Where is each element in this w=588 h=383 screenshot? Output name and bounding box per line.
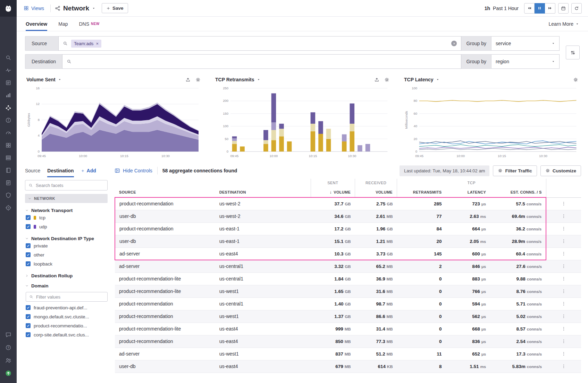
- refresh-button[interactable]: [571, 3, 582, 14]
- checkbox-checked[interactable]: [26, 252, 31, 257]
- sidebar-status-icon[interactable]: [0, 367, 17, 380]
- row-menu-button[interactable]: [560, 212, 568, 220]
- facet-filter-input[interactable]: Filter values: [26, 292, 108, 302]
- sidebar-dashboards-icon[interactable]: [0, 89, 17, 101]
- col-est-conns[interactable]: EST. CONNS. / S: [490, 187, 546, 197]
- chart-plot-area[interactable]: 05010015020025009:4510:0010:1510:30: [215, 85, 389, 159]
- chart-title-select[interactable]: Volume Sent: [26, 77, 61, 82]
- add-facet-tab-button[interactable]: Add: [81, 164, 96, 177]
- checkbox-checked[interactable]: [26, 332, 31, 337]
- chart-title-select[interactable]: TCP Latency: [404, 77, 439, 82]
- row-menu-button[interactable]: [560, 337, 568, 345]
- tab-overview[interactable]: Overview: [26, 17, 47, 31]
- filter-tag[interactable]: Team:ads×: [71, 40, 101, 48]
- destination-search-input[interactable]: [62, 54, 461, 69]
- col-source[interactable]: SOURCE: [115, 187, 215, 197]
- checkbox-checked[interactable]: [26, 215, 31, 220]
- table-row[interactable]: ad-server us-central1 3.32 GB 65.2 MB 2 …: [115, 260, 581, 272]
- facet-item-udp[interactable]: udp: [26, 222, 108, 231]
- calendar-button[interactable]: [558, 3, 569, 14]
- save-button[interactable]: Save: [102, 3, 128, 13]
- facet-item-fraud-prevention-api-def-[interactable]: fraud-prevention-api.def...: [26, 303, 108, 312]
- sidebar-notebooks-icon[interactable]: [0, 164, 17, 177]
- col-sent-volume[interactable]: ↓ VOLUME: [311, 187, 355, 197]
- sidebar-help-icon[interactable]: ?: [0, 341, 17, 354]
- facet-item-tcp[interactable]: tcp: [26, 213, 108, 222]
- row-menu-button[interactable]: [560, 325, 568, 333]
- time-range-short[interactable]: 1h: [485, 6, 490, 11]
- facet-group-header-domain[interactable]: Domain: [25, 283, 108, 288]
- facet-search-input[interactable]: Search facets: [25, 180, 108, 190]
- sidebar-synthetics-icon[interactable]: [0, 127, 17, 139]
- sidebar-events-icon[interactable]: [0, 76, 17, 89]
- export-icon[interactable]: [185, 77, 191, 82]
- time-forward-button[interactable]: [545, 3, 555, 14]
- row-menu-button[interactable]: [560, 362, 568, 370]
- col-retransmits[interactable]: RETRANSMITS: [397, 187, 446, 197]
- hide-controls-button[interactable]: Hide Controls: [115, 168, 152, 173]
- time-back-button[interactable]: [524, 3, 535, 14]
- facet-group-header-destination-rollup[interactable]: Destination Rollup: [25, 273, 108, 278]
- remove-tag-icon[interactable]: ×: [96, 41, 99, 46]
- gear-icon[interactable]: [573, 77, 578, 82]
- views-button[interactable]: Views: [22, 5, 46, 11]
- learn-more-button[interactable]: Learn More: [548, 17, 579, 31]
- pause-button[interactable]: [535, 3, 545, 14]
- row-menu-button[interactable]: [560, 250, 568, 258]
- table-row[interactable]: product-recommendation us-west1 1.37 GB …: [115, 310, 581, 323]
- export-icon[interactable]: [374, 77, 379, 82]
- row-menu-button[interactable]: [560, 300, 568, 308]
- facet-tab-destination[interactable]: Destination: [47, 164, 74, 177]
- sidebar-infrastructure-icon[interactable]: [0, 152, 17, 164]
- facet-item-corp-site-default-svc-clus-[interactable]: corp-site.default.svc.clus...: [26, 330, 108, 339]
- checkbox-checked[interactable]: [26, 314, 31, 319]
- row-menu-button[interactable]: [560, 275, 568, 283]
- row-menu-button[interactable]: [560, 237, 568, 245]
- group-by-select-destination[interactable]: region: [492, 54, 560, 69]
- swap-filters-button[interactable]: [566, 46, 580, 59]
- table-row[interactable]: product-recommendation-lite us-central1 …: [115, 272, 581, 285]
- sidebar-integrations-icon[interactable]: [0, 139, 17, 152]
- table-row[interactable]: product-recommendation us-east-1 17.2 GB…: [115, 222, 581, 235]
- col-destination[interactable]: DESTINATION: [215, 187, 311, 197]
- row-menu-button[interactable]: [560, 200, 568, 207]
- facet-item-private[interactable]: private: [26, 241, 108, 250]
- tab-map[interactable]: Map: [58, 17, 68, 31]
- sidebar-search-icon[interactable]: [0, 51, 17, 64]
- table-row[interactable]: user-db us-east4 679 MB 614 KB 8 1.51 ms…: [115, 360, 581, 373]
- table-row[interactable]: product-recommendation-lite us-east4 999…: [115, 323, 581, 335]
- table-row[interactable]: user-db us-west-2 34.6 GB 2.61 MB 77 2.6…: [115, 210, 581, 222]
- sidebar-logs-icon[interactable]: [0, 177, 17, 189]
- row-menu-button[interactable]: [560, 312, 568, 320]
- table-row[interactable]: product-recommendation-lite us-west1 1.6…: [115, 285, 581, 298]
- chart-plot-area[interactable]: 048121609:4510:0010:1510:30Gibibytes: [26, 85, 201, 159]
- customize-button[interactable]: Customize: [540, 165, 581, 176]
- facet-group-header-network-destination-ip-type[interactable]: Network Destination IP Type: [25, 236, 108, 241]
- table-row[interactable]: product-recommendation us-central1 1.40 …: [115, 298, 581, 310]
- tab-dns[interactable]: DNS NEW: [79, 17, 100, 31]
- sidebar-apm-icon[interactable]: [0, 64, 17, 76]
- sidebar-users-icon[interactable]: [0, 354, 17, 367]
- chart-title-select[interactable]: TCP Retransmits: [215, 77, 260, 82]
- checkbox-checked[interactable]: [26, 305, 31, 310]
- row-menu-button[interactable]: [560, 262, 568, 270]
- facet-group-header-network-transport[interactable]: Network Transport: [25, 208, 108, 213]
- chart-plot-area[interactable]: 02040608010009:4510:0010:1510:30Millisec…: [404, 85, 578, 159]
- source-search-input[interactable]: Team:ads× ×: [58, 36, 461, 51]
- datadog-logo[interactable]: [0, 0, 17, 17]
- checkbox-checked[interactable]: [26, 261, 31, 266]
- sidebar-network-icon[interactable]: [0, 101, 17, 114]
- facet-item-mongo-default-svc-cluste-[interactable]: mongo.default.svc.cluste...: [26, 312, 108, 321]
- table-row[interactable]: ad-server us-east4 10.3 GB 3.73 GB 145 6…: [115, 247, 581, 260]
- time-range-label[interactable]: Past 1 Hour: [493, 6, 519, 11]
- filter-traffic-button[interactable]: Filter Traffic: [493, 165, 537, 176]
- gear-icon[interactable]: [384, 77, 389, 82]
- group-by-select-source[interactable]: service: [492, 36, 560, 51]
- facet-item-other[interactable]: other: [26, 250, 108, 259]
- col-latency[interactable]: LATENCY: [446, 187, 490, 197]
- sidebar-security-icon[interactable]: [0, 189, 17, 202]
- table-row[interactable]: product-recommendation us-west-2 37.7 GB…: [115, 197, 581, 210]
- facet-item-loopback[interactable]: loopback: [26, 259, 108, 268]
- page-title-group[interactable]: Network: [55, 5, 95, 12]
- sidebar-chat-icon[interactable]: [0, 328, 17, 341]
